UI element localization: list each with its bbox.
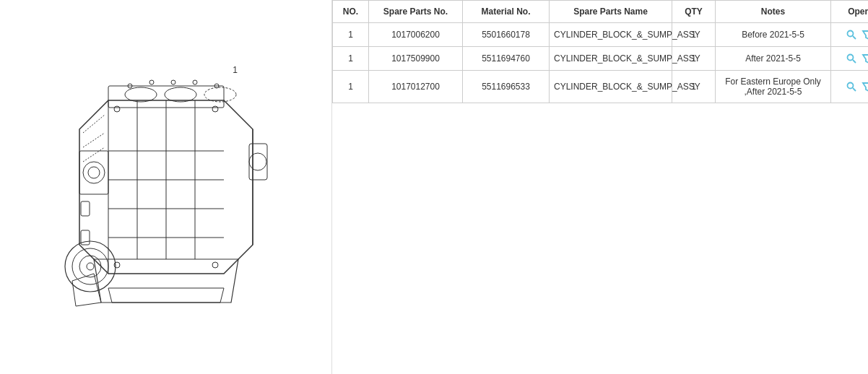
part-label: 1 bbox=[233, 65, 238, 75]
svg-point-2 bbox=[165, 87, 196, 102]
cell-actions bbox=[831, 71, 869, 103]
engine-illustration bbox=[36, 43, 296, 331]
cell-spare-parts-no: 1017006200 bbox=[369, 23, 463, 47]
table-row: 110170127005511696533CYLINDER_BLOCK_&_SU… bbox=[333, 71, 869, 103]
svg-point-20 bbox=[249, 153, 266, 170]
col-header-spare-parts-name: Spare Parts Name bbox=[550, 1, 672, 23]
table-row: 110170062005501660178CYLINDER_BLOCK_&_SU… bbox=[333, 23, 869, 47]
svg-point-28 bbox=[171, 80, 175, 84]
search-icon[interactable] bbox=[846, 53, 857, 64]
cell-material-no: 5511696533 bbox=[463, 71, 550, 103]
col-header-no: NO. bbox=[333, 1, 369, 23]
svg-point-3 bbox=[204, 87, 236, 102]
svg-rect-19 bbox=[249, 144, 267, 180]
cell-material-no: 5501660178 bbox=[463, 23, 550, 47]
svg-marker-43 bbox=[863, 83, 869, 91]
filter-icon[interactable] bbox=[862, 29, 869, 40]
col-header-operation: Operaion bbox=[831, 1, 869, 23]
table-row: 110175099005511694760CYLINDER_BLOCK_&_SU… bbox=[333, 47, 869, 71]
cell-notes: After 2021-5-5 bbox=[716, 47, 831, 71]
svg-point-17 bbox=[114, 262, 120, 268]
svg-marker-33 bbox=[863, 31, 869, 39]
svg-point-7 bbox=[87, 263, 94, 270]
svg-rect-24 bbox=[81, 201, 90, 216]
svg-line-42 bbox=[853, 88, 856, 91]
svg-point-1 bbox=[125, 87, 157, 102]
col-header-qty: QTY bbox=[672, 1, 716, 23]
cell-actions bbox=[831, 47, 869, 71]
svg-marker-38 bbox=[863, 55, 869, 63]
parts-table-panel: NO. Spare Parts No. Material No. Spare P… bbox=[332, 0, 868, 374]
svg-point-27 bbox=[149, 80, 154, 84]
table-header-row: NO. Spare Parts No. Material No. Spare P… bbox=[333, 1, 869, 23]
cell-no: 1 bbox=[333, 47, 369, 71]
search-icon[interactable] bbox=[846, 81, 857, 92]
parts-table: NO. Spare Parts No. Material No. Spare P… bbox=[332, 0, 868, 103]
svg-point-36 bbox=[847, 55, 853, 61]
cell-no: 1 bbox=[333, 71, 369, 103]
svg-point-15 bbox=[114, 106, 120, 112]
svg-point-31 bbox=[847, 31, 853, 37]
svg-point-22 bbox=[83, 162, 105, 183]
cell-material-no: 5511694760 bbox=[463, 47, 550, 71]
cell-notes: Before 2021-5-5 bbox=[716, 23, 831, 47]
filter-icon[interactable] bbox=[862, 81, 869, 92]
cell-spare-parts-no: 1017509900 bbox=[369, 47, 463, 71]
svg-point-6 bbox=[79, 256, 101, 277]
col-header-notes: Notes bbox=[716, 1, 831, 23]
col-header-spare-parts-no: Spare Parts No. bbox=[369, 1, 463, 23]
search-icon[interactable] bbox=[846, 29, 857, 40]
cell-no: 1 bbox=[333, 23, 369, 47]
svg-point-23 bbox=[88, 167, 100, 178]
cell-spare-parts-no: 1017012700 bbox=[369, 71, 463, 103]
cell-name: CYLINDER_BLOCK_&_SUMP_ASSY bbox=[550, 23, 672, 47]
filter-icon[interactable] bbox=[862, 53, 869, 64]
cell-name: CYLINDER_BLOCK_&_SUMP_ASSY bbox=[550, 47, 672, 71]
svg-line-32 bbox=[853, 36, 856, 39]
svg-point-18 bbox=[212, 262, 218, 268]
cell-notes: For Eastern Europe Only ,After 2021-5-5 bbox=[716, 71, 831, 103]
svg-point-41 bbox=[847, 83, 853, 89]
cell-actions bbox=[831, 23, 869, 47]
svg-rect-21 bbox=[79, 151, 108, 194]
svg-point-29 bbox=[193, 80, 197, 84]
engine-diagram-panel: 1 bbox=[0, 0, 332, 374]
cell-name: CYLINDER_BLOCK_&_SUMP_ASSY bbox=[550, 71, 672, 103]
col-header-material-no: Material No. bbox=[463, 1, 550, 23]
svg-point-16 bbox=[212, 106, 218, 112]
svg-line-37 bbox=[853, 60, 856, 63]
